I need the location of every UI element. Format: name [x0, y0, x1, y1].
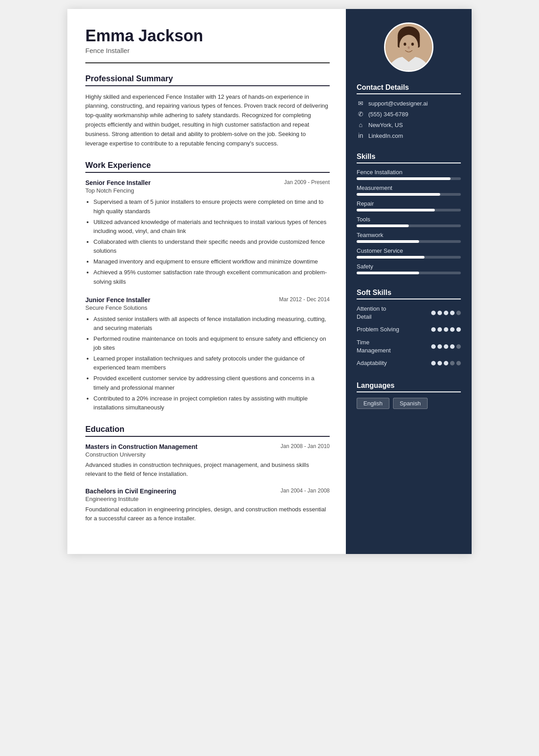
contact-location-value: NewYork, US [368, 122, 403, 128]
edu-item-1: Bachelors in Civil Engineering Jan 2004 … [85, 488, 330, 523]
contact-section: Contact Details ✉ support@cvdesigner.ai … [357, 84, 461, 143]
skill-bar-bg-1 [357, 193, 461, 196]
skill-item-4: Teamwork [357, 232, 461, 243]
contact-title: Contact Details [357, 84, 461, 94]
skill-bar-fill-2 [357, 209, 435, 211]
dot-0-0 [431, 311, 436, 315]
soft-skill-label-0: Attention toDetail [357, 305, 386, 321]
soft-skill-item-0: Attention toDetail [357, 305, 461, 321]
skill-item-0: Fence Installation [357, 169, 461, 180]
bullet-0-3: Managed inventory and equipment to ensur… [93, 257, 330, 266]
location-icon: ⌂ [357, 121, 365, 128]
skill-item-6: Safety [357, 263, 461, 274]
contact-phone-value: (555) 345-6789 [368, 111, 408, 118]
bullet-0-2: Collaborated with clients to understand … [93, 237, 330, 255]
contact-linkedin-value: LinkedIn.com [368, 132, 403, 139]
skill-label-2: Repair [357, 200, 461, 207]
lang-tag-1: Spanish [393, 398, 428, 409]
dot-0-1 [437, 311, 442, 315]
dot-2-0 [431, 344, 436, 349]
dot-3-0 [431, 361, 436, 365]
soft-skill-item-2: TimeManagement [357, 338, 461, 355]
education-title: Education [85, 425, 330, 437]
dot-0-4 [456, 311, 461, 315]
job-date-0: Jan 2009 - Present [284, 179, 330, 185]
bullet-1-2: Learned proper installation techniques a… [93, 354, 330, 372]
edu-date-0: Jan 2008 - Jan 2010 [281, 443, 330, 449]
dot-1-1 [437, 327, 442, 332]
contact-phone: ✆ (555) 345-6789 [357, 110, 461, 118]
skill-bar-fill-3 [357, 224, 409, 227]
bullet-1-0: Assisted senior installers with all aspe… [93, 315, 330, 333]
job-item-0: Senior Fence Installer Jan 2009 - Presen… [85, 179, 330, 286]
bullet-1-1: Performed routine maintenance on tools a… [93, 334, 330, 352]
job-bullets-0: Supervised a team of 5 junior installers… [85, 198, 330, 286]
skills-title: Skills [357, 153, 461, 163]
skill-bar-fill-1 [357, 193, 440, 196]
dot-1-2 [444, 327, 448, 332]
skill-item-3: Tools [357, 216, 461, 227]
summary-section: Professional Summary Highly skilled and … [85, 74, 330, 149]
skill-bar-bg-4 [357, 240, 461, 243]
dot-0-3 [450, 311, 455, 315]
phone-icon: ✆ [357, 110, 365, 118]
edu-header-0: Masters in Construction Management Jan 2… [85, 443, 330, 450]
work-title: Work Experience [85, 161, 330, 173]
svg-point-4 [399, 35, 418, 57]
soft-skills-title: Soft Skills [357, 289, 461, 299]
skill-bar-fill-0 [357, 177, 451, 180]
job-title-1: Junior Fence Installer [85, 296, 150, 303]
skill-bar-bg-3 [357, 224, 461, 227]
job-company-0: Top Notch Fencing [85, 187, 330, 194]
edu-school-0: Construction University [85, 451, 330, 458]
right-panel: Contact Details ✉ support@cvdesigner.ai … [346, 9, 472, 554]
skill-item-2: Repair [357, 200, 461, 211]
dot-3-2 [444, 361, 448, 365]
svg-point-6 [411, 43, 414, 46]
dot-2-1 [437, 344, 442, 349]
dot-2-3 [450, 344, 455, 349]
job-header-1: Junior Fence Installer Mar 2012 - Dec 20… [85, 296, 330, 303]
skill-bar-fill-5 [357, 256, 424, 259]
contact-linkedin: in LinkedIn.com [357, 132, 461, 139]
contact-email: ✉ support@cvdesigner.ai [357, 100, 461, 107]
avatar [384, 22, 433, 72]
languages-section: Languages EnglishSpanish [357, 382, 461, 409]
email-icon: ✉ [357, 100, 365, 107]
lang-tags: EnglishSpanish [357, 398, 461, 409]
skill-label-4: Teamwork [357, 232, 461, 238]
soft-skill-label-3: Adaptability [357, 359, 387, 367]
bullet-0-4: Achieved a 95% customer satisfaction rat… [93, 268, 330, 286]
education-section: Education Masters in Construction Manage… [85, 425, 330, 523]
job-title-0: Senior Fence Installer [85, 179, 151, 186]
soft-skill-label-1: Problem Solving [357, 325, 399, 334]
skills-section: Skills Fence Installation Measurement Re… [357, 153, 461, 279]
dot-2-2 [444, 344, 448, 349]
lang-tag-0: English [357, 398, 389, 409]
dot-3-1 [437, 361, 442, 365]
job-company-1: Secure Fence Solutions [85, 304, 330, 311]
skill-bar-bg-5 [357, 256, 461, 259]
soft-skills-list: Attention toDetail Problem Solving TimeM… [357, 305, 461, 367]
soft-skill-item-3: Adaptability [357, 359, 461, 367]
job-date-1: Mar 2012 - Dec 2014 [279, 296, 330, 303]
dot-1-0 [431, 327, 436, 332]
bullet-0-1: Utilized advanced knowledge of materials… [93, 218, 330, 236]
skill-item-1: Measurement [357, 185, 461, 196]
bullet-1-3: Provided excellent customer service by a… [93, 374, 330, 392]
languages-title: Languages [357, 382, 461, 392]
soft-skill-item-1: Problem Solving [357, 325, 461, 334]
dot-0-2 [444, 311, 448, 315]
skill-bar-bg-0 [357, 177, 461, 180]
dot-1-4 [456, 327, 461, 332]
edu-desc-0: Advanced studies in construction techniq… [85, 461, 330, 479]
edu-item-0: Masters in Construction Management Jan 2… [85, 443, 330, 479]
dot-2-4 [456, 344, 461, 349]
header-divider [85, 62, 330, 63]
summary-text: Highly skilled and experienced Fence Ins… [85, 92, 330, 149]
skill-label-3: Tools [357, 216, 461, 223]
work-section: Work Experience Senior Fence Installer J… [85, 161, 330, 412]
contact-location: ⌂ NewYork, US [357, 121, 461, 128]
left-panel: Emma Jackson Fence Installer Professiona… [67, 9, 346, 554]
soft-skills-section: Soft Skills Attention toDetail Problem S… [357, 289, 461, 372]
